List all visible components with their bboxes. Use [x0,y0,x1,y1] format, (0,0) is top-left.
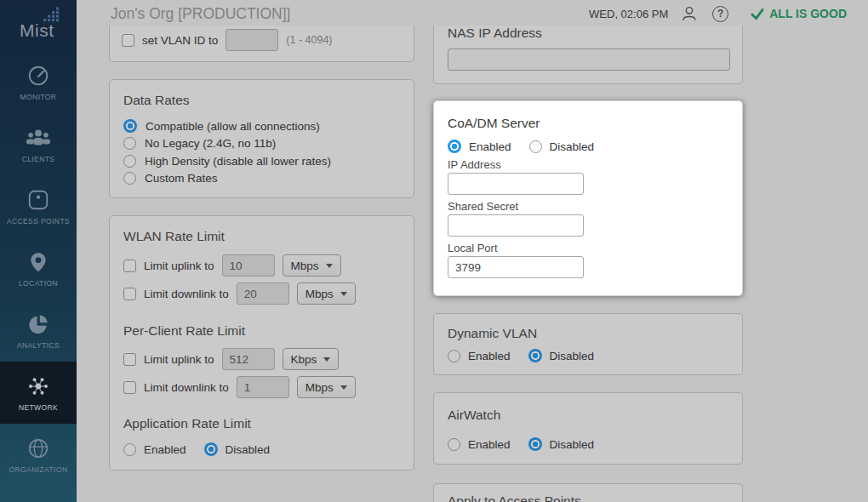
chevron-down-icon [323,357,330,362]
data-rate-option-compatible[interactable]: Compatible (allow all connections) [123,117,400,135]
main-area: Jon's Org [PRODUCTION]] WED, 02:06 PM ? … [77,0,868,502]
radio-button[interactable] [123,137,136,150]
data-rates-panel: Data Rates Compatible (allow all connect… [109,79,414,198]
mist-logo-text: Mist [20,20,54,41]
dynamic-vlan-panel: Dynamic VLAN Enabled Disabled [433,313,743,375]
check-icon [751,8,764,20]
nas-ip-panel: NAS IP Address [433,26,743,84]
nas-ip-title: NAS IP Address [448,26,728,42]
application-rate-limit-title: Application Rate Limit [123,415,400,432]
limit-downlink-checkbox[interactable] [123,288,136,300]
ip-address-input[interactable] [448,173,584,195]
ip-address-label: IP Address [448,158,728,172]
per-client-uplink-value-input[interactable] [222,348,275,370]
per-client-downlink-value-input[interactable] [237,376,289,398]
per-client-downlink-row: Limit downlink to Mbps [123,376,400,398]
top-bar: Jon's Org [PRODUCTION]] WED, 02:06 PM ? … [77,0,868,26]
sidebar-item-monitor[interactable]: MONITOR [0,51,77,113]
disabled-radio[interactable] [204,442,218,456]
people-icon [26,125,51,151]
app-window: Mist MONITOR [0,0,868,502]
vlan-range-hint: (1 - 4094) [286,34,332,46]
chevron-down-icon [340,292,347,296]
radio-button[interactable] [123,155,136,168]
enabled-radio[interactable] [448,140,461,153]
coa-dm-options: Enabled Disabled [448,140,728,153]
data-rates-title: Data Rates [123,92,400,109]
set-vlan-id-label: set VLAN ID to [142,34,218,47]
per-client-downlink-unit-dropdown[interactable]: Mbps [297,376,356,398]
limit-uplink-checkbox[interactable] [123,353,136,366]
vlan-id-input[interactable] [226,29,278,51]
nas-ip-input[interactable] [448,48,730,71]
per-client-uplink-unit-dropdown[interactable]: Kbps [283,348,340,370]
apply-to-access-points-title: Apply to Access Points [448,493,728,502]
local-port-label: Local Port [448,242,728,255]
gauge-icon [26,63,50,88]
mist-logo[interactable]: Mist [0,0,77,51]
chevron-down-icon [340,385,347,390]
enabled-radio[interactable] [448,438,460,451]
sidebar-item-location[interactable]: LOCATION [0,237,77,299]
application-rate-limit-options: Enabled Disabled [123,442,400,456]
disabled-radio[interactable] [528,437,542,451]
wlan-downlink-row: Limit downlink to Mbps [123,282,400,305]
wlan-rate-limit-title: WLAN Rate Limit [123,228,400,245]
wlan-uplink-value-input[interactable] [222,254,275,277]
enabled-radio[interactable] [448,350,460,362]
data-rate-option-high-density[interactable]: High Density (disable all lower rates) [123,152,400,170]
sidebar-item-organization[interactable]: ORGANIZATION [0,424,77,486]
limit-downlink-checkbox[interactable] [123,381,136,394]
network-hub-icon [26,374,51,399]
data-rate-option-no-legacy[interactable]: No Legacy (2.4G, no 11b) [123,135,400,153]
data-rate-option-custom[interactable]: Custom Rates [123,170,400,188]
access-point-icon [26,187,50,213]
airwatch-title: AirWatch [448,407,728,424]
header-datetime: WED, 02:06 PM [589,8,668,20]
set-vlan-id-checkbox[interactable] [122,34,134,47]
local-port-input[interactable] [448,256,584,278]
shared-secret-label: Shared Secret [448,200,728,214]
globe-icon [26,436,50,461]
radio-button[interactable] [123,172,136,185]
per-client-rate-limit-title: Per-Client Rate Limit [123,322,400,339]
wlan-uplink-unit-dropdown[interactable]: Mbps [283,254,341,277]
dynamic-vlan-title: Dynamic VLAN [448,325,728,342]
dynamic-vlan-options: Enabled Disabled [448,349,728,362]
coa-dm-title: CoA/DM Server [448,115,728,132]
sidebar-item-access-points[interactable]: ACCESS POINTS [0,175,77,237]
sidebar: Mist MONITOR [0,0,77,502]
vlan-panel: set VLAN ID to (1 - 4094) [109,26,414,62]
map-pin-icon [27,249,49,275]
pie-chart-icon [26,311,50,337]
status-label: ALL IS GOOD [769,7,847,20]
sidebar-item-network[interactable]: NETWORK [0,362,77,424]
apply-to-access-points-panel: Apply to Access Points [433,483,743,502]
shared-secret-input[interactable] [448,214,584,237]
coa-dm-server-panel: CoA/DM Server Enabled Disabled IP Addres… [433,100,743,296]
airwatch-panel: AirWatch Enabled Disabled [433,392,743,465]
disabled-radio[interactable] [529,140,542,153]
chevron-down-icon [326,264,333,268]
status-badge[interactable]: ALL IS GOOD [751,7,847,20]
rate-limit-panel: WLAN Rate Limit Limit uplink to Mbps [109,215,414,471]
limit-uplink-checkbox[interactable] [123,260,136,272]
wlan-downlink-value-input[interactable] [237,282,289,305]
sidebar-item-clients[interactable]: CLIENTS [0,113,77,175]
help-icon[interactable]: ? [712,6,728,22]
wlan-downlink-unit-dropdown[interactable]: Mbps [297,282,356,305]
enabled-radio[interactable] [123,443,136,456]
org-title: Jon's Org [PRODUCTION]] [111,5,290,23]
radio-button[interactable] [123,119,137,133]
user-account-icon[interactable] [680,4,699,23]
per-client-uplink-row: Limit uplink to Kbps [123,348,400,370]
scroll-content[interactable]: set VLAN ID to (1 - 4094) Data Rates Com… [77,26,868,502]
airwatch-options: Enabled Disabled [448,437,728,451]
sidebar-item-analytics[interactable]: ANALYTICS [0,299,77,362]
disabled-radio[interactable] [528,349,542,362]
wlan-uplink-row: Limit uplink to Mbps [123,254,400,277]
